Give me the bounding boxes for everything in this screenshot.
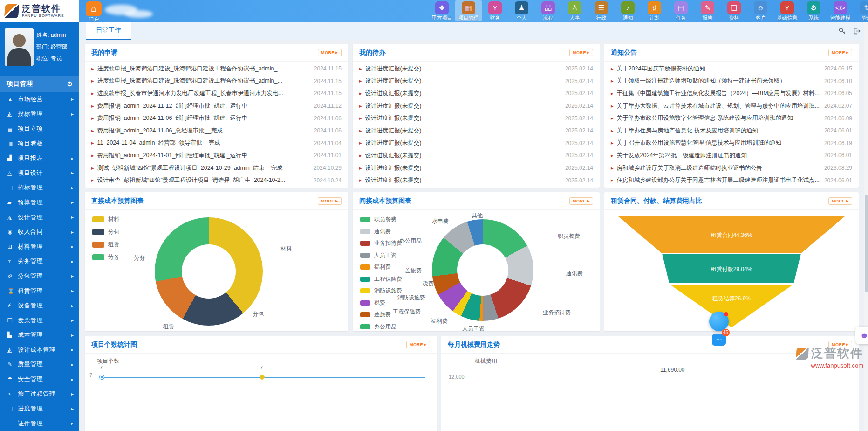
service-widget-icon[interactable]: ☻ xyxy=(855,327,868,344)
legend-item[interactable]: 劳务 xyxy=(92,253,119,261)
nav-item[interactable]: ♟个人 xyxy=(508,0,535,21)
list-item[interactable]: ▸ 设计进度汇报(未提交) 2025.02.14 xyxy=(359,149,593,162)
list-item[interactable]: ▸ 设计进度汇报(未提交) 2025.02.14 xyxy=(359,125,593,137)
assistant-bubble-icon[interactable] xyxy=(709,312,729,331)
list-item[interactable]: ▸ 住房和城乡建设部办公厅关于同意吉林省开展二级建造师注册证书电子化试点... … xyxy=(611,174,852,187)
sidebar-item[interactable]: ⊞材料管理▸ xyxy=(0,239,79,254)
legend-item[interactable]: 人员工资 xyxy=(360,251,402,259)
tab-daily-work[interactable]: 日常工作 xyxy=(86,22,131,40)
nav-item[interactable]: 品流程 xyxy=(535,0,561,21)
sidebar-item[interactable]: ◬项目设计▸ xyxy=(0,166,79,181)
list-item[interactable]: ▸ 关于举办市政公用设施数字化管理信息 系统建设与应用培训班的通知 2024.0… xyxy=(611,112,852,125)
list-item[interactable]: ▸ 设计进度汇报(未提交) 2025.02.14 xyxy=(359,63,593,75)
sidebar-section-project-management[interactable]: 项目管理 ⚙ xyxy=(0,76,79,92)
vertical-scrollbar[interactable] xyxy=(864,22,868,431)
list-item[interactable]: ▸ 进度款申报_长春市伊通河水力发电厂改建工程_长春市伊通河水力发电... 20… xyxy=(91,87,342,100)
logout-icon[interactable] xyxy=(853,27,861,35)
more-button[interactable]: MORE▶ xyxy=(318,197,342,205)
sidebar-item[interactable]: ◭投标管理▸ xyxy=(0,107,79,122)
list-item[interactable]: ▸ 关于召开市政公用设施智慧化管理 信息技术与应用培训班的通知 2024.06.… xyxy=(611,137,852,150)
list-item[interactable]: ▸ 费用报销_admin_2024-11-06_部门经理审批_胡建,_运行中 2… xyxy=(91,112,342,125)
nav-item[interactable]: ⇅管理 xyxy=(854,0,868,21)
sidebar-item[interactable]: ◫进度管理▸ xyxy=(0,401,79,416)
sidebar-item[interactable]: ▥项目看板 xyxy=(0,136,79,151)
list-item[interactable]: ▸ 关于2024年国庆节放假安排的通知 2024.06.15 xyxy=(611,63,852,75)
portal-button[interactable]: ⌂ 门户 xyxy=(83,1,104,22)
sidebar-item[interactable]: ❐发票管理▸ xyxy=(0,313,79,328)
sidebar-item[interactable]: ☂安全管理▸ xyxy=(0,372,79,387)
sidebar-item[interactable]: x²分包管理▸ xyxy=(0,269,79,284)
sidebar-item[interactable]: ♆劳务管理▸ xyxy=(0,254,79,269)
gear-icon[interactable]: ⚙ xyxy=(67,80,73,88)
nav-item[interactable]: ♪通知 xyxy=(615,0,641,21)
sidebar-item[interactable]: ▲市场经营▸ xyxy=(0,92,79,107)
legend-item[interactable]: 分包 xyxy=(92,228,119,236)
list-item[interactable]: ▸ 设计进度汇报(未提交) 2025.02.14 xyxy=(359,87,593,100)
nav-item[interactable]: ⚙系统 xyxy=(800,0,827,21)
donut-ring[interactable] xyxy=(155,217,263,326)
list-item[interactable]: ▸ 于征集《中国建筑施工行业信息化发展报告（2024）—BIM应用与发展》材料.… xyxy=(611,87,852,100)
sidebar-item[interactable]: ▯证件管理▸ xyxy=(0,416,79,431)
legend-item[interactable]: 消防设施费 xyxy=(360,287,402,295)
key-icon[interactable] xyxy=(838,27,846,35)
nav-item[interactable]: ▦项目管理 xyxy=(455,0,482,21)
legend-item[interactable]: 办公用品 xyxy=(360,323,402,331)
nav-item[interactable]: ♯计划 xyxy=(641,0,668,21)
list-item[interactable]: ▸ 设计进度汇报(未提交) 2025.02.14 xyxy=(359,75,593,88)
sidebar-item[interactable]: ◉收入合同▸ xyxy=(0,224,79,239)
data-point[interactable] xyxy=(260,375,264,379)
more-button[interactable]: MORE▶ xyxy=(406,341,430,348)
list-item[interactable]: ▸ 费用报销_admin_2024-11-06_总经理审批__完成 2024.1… xyxy=(91,125,342,137)
legend-item[interactable]: 材料 xyxy=(92,216,119,223)
more-button[interactable]: MORE▶ xyxy=(569,197,593,205)
list-item[interactable]: ▸ 11_2024-11-04_admin_经营部_领导审批__完成 2024.… xyxy=(91,137,342,150)
sidebar-item[interactable]: ▙成本管理▸ xyxy=(0,328,79,343)
list-item[interactable]: ▸ 设计进度汇报(未提交) 2025.02.14 xyxy=(359,137,593,150)
list-item[interactable]: ▸ 测试_彭祖新城“四馆”景观工程设计项目_2024-10-29_admin_结… xyxy=(91,162,342,174)
nav-item[interactable]: ¥财务 xyxy=(482,0,508,21)
more-button[interactable]: MORE▶ xyxy=(569,49,593,56)
list-item[interactable]: ▸ 设计进度汇报(未提交) 2025.02.14 xyxy=(359,100,593,112)
sidebar-item[interactable]: ✎质量管理▸ xyxy=(0,357,79,372)
nav-item[interactable]: ♙人事 xyxy=(561,0,588,21)
nav-item[interactable]: ☺客户 xyxy=(747,0,774,21)
list-item[interactable]: ▸ 关于发放2024年第24批一级建造师注册证书的通知 2024.06.01 xyxy=(611,149,852,162)
legend-item[interactable]: 工程保险费 xyxy=(360,275,402,283)
sidebar-item[interactable]: ⚡设备管理▸ xyxy=(0,298,79,313)
nav-item[interactable]: ¥基础信息 xyxy=(774,0,800,21)
sidebar-item[interactable]: ▤项目立项 xyxy=(0,121,79,136)
legend-item[interactable]: 职员餐费 xyxy=(360,216,402,223)
legend-item[interactable]: 通讯费 xyxy=(360,228,402,236)
list-item[interactable]: ▸ 设计进度汇报(未提交) 2025.02.14 xyxy=(359,112,593,125)
funnel-segment-contract[interactable]: 租赁合同44.36% xyxy=(618,216,845,253)
more-button[interactable]: MORE▶ xyxy=(828,197,852,205)
funnel-segment-settlement[interactable]: 租赁结算26.6% xyxy=(618,285,845,327)
scrollbar-thumb[interactable] xyxy=(865,195,868,292)
more-button[interactable]: MORE▶ xyxy=(318,49,342,56)
sidebar-item[interactable]: ◰招标管理▸ xyxy=(0,181,79,195)
list-item[interactable]: ▸ 关于举办大数据、云计算技术在城市建设、规划、管理与服务中的应用培训班... … xyxy=(611,100,852,112)
sidebar-item[interactable]: ◮设计管理▸ xyxy=(0,210,79,225)
user-avatar[interactable] xyxy=(5,28,34,66)
funnel-segment-payment[interactable]: 租赁付款29.04% xyxy=(618,254,845,283)
legend-item[interactable]: 税费 xyxy=(360,299,402,307)
nav-item[interactable]: ☰行政 xyxy=(588,0,615,21)
sidebar-item[interactable]: ▰预算管理▸ xyxy=(0,195,79,210)
legend-item[interactable]: 福利费 xyxy=(360,263,402,271)
list-item[interactable]: ▸ 进度款申报_珠海鹤港口建设_珠海鹤港口建设工程合作协议书_admin_...… xyxy=(91,63,342,75)
donut-ring[interactable] xyxy=(432,219,533,321)
sidebar-item[interactable]: ◭设计成本管理▸ xyxy=(0,342,79,357)
list-item[interactable]: ▸ 设计进度汇报(未提交) 2025.02.14 xyxy=(359,162,593,174)
list-item[interactable]: ▸ 房和城乡建设厅关于取消二级建造师临时执业证书的公告 2023.08.29 xyxy=(611,162,852,174)
legend-item[interactable]: 租赁 xyxy=(92,241,119,249)
nav-item[interactable]: ▤任务 xyxy=(668,0,694,21)
list-item[interactable]: ▸ 费用报销_admin_2024-11-01_部门经理审批_胡建,_运行中 2… xyxy=(91,149,342,162)
list-item[interactable]: ▸ 设计审查_彭祖新城“四馆”景观工程设计项目_请选择_胡广生_2024-10-… xyxy=(91,174,342,187)
nav-item[interactable]: ❏资料 xyxy=(721,0,747,21)
list-item[interactable]: ▸ 进度款申报_珠海鹤港口建设_珠海鹤港口建设工程合作协议书_admin_...… xyxy=(91,75,342,88)
nav-item[interactable]: ✎报告 xyxy=(694,0,721,21)
nav-item[interactable]: ❖甲方项目 xyxy=(429,0,455,21)
watermark-url[interactable]: www.fanpusoft.com xyxy=(796,362,863,369)
legend-item[interactable]: 业务招待费 xyxy=(360,239,402,247)
list-item[interactable]: ▸ 费用报销_admin_2024-11-12_部门经理审批_胡建,_运行中 2… xyxy=(91,100,342,112)
